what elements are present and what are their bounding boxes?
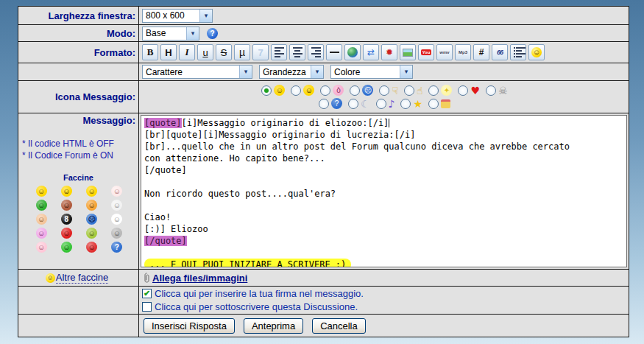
insert-smiley-button[interactable]: ☺ [528,44,545,60]
icon-radio-sad[interactable]: ☹ [350,85,373,96]
smile-face-icon[interactable]: ☺ [36,186,47,197]
laugh-face-icon[interactable]: ☺ [111,214,122,225]
radio-button[interactable] [379,85,389,96]
shy-face-icon[interactable]: ☺ [36,214,47,225]
help-icon[interactable]: ? [207,28,218,39]
tongue-face-icon[interactable]: ☺ [36,200,47,211]
evil-face-icon[interactable]: ☺ [61,200,72,211]
icon-radio-question[interactable]: ? [319,98,342,109]
big-grin-face-icon[interactable]: ☺ [61,186,72,197]
bold-button[interactable]: B [142,44,158,60]
horizontal-rule-button[interactable] [326,44,342,60]
icon-radio-moon[interactable]: ☾ [348,99,370,109]
radio-button[interactable] [348,99,358,109]
radio-button[interactable] [261,85,272,96]
icon-radio-cake[interactable] [428,99,450,109]
radio-button[interactable] [486,85,496,96]
message-textarea[interactable]: [quote][i]Messaggio originario di eliozo… [141,115,627,267]
strikethrough-button[interactable]: S [216,44,232,60]
help-face-icon[interactable]: ? [111,242,122,253]
radio-button[interactable] [428,85,439,96]
font-size-select[interactable]: Grandezza [259,65,324,79]
quote-button[interactable]: 66 [492,44,508,60]
inserisci-risposta-button[interactable]: Inserisci Risposta [144,318,235,334]
page-link-button[interactable]: ⇄ [363,44,379,60]
web-link-button[interactable] [344,44,361,60]
anteprima-button[interactable]: Anteprima [244,318,303,334]
sick-face-icon[interactable]: ☺ [86,228,97,239]
insert-image-button[interactable] [400,44,416,60]
icon-radio-smiley[interactable]: ☺ [261,85,285,96]
icon-radio-line2: ?☾♪★ [319,98,450,109]
youtube-button[interactable]: You [418,44,434,60]
icon-radio-thumbs-down[interactable]: ☟ [379,85,398,96]
radio-button[interactable] [400,99,411,109]
pink-face-icon[interactable]: ☺ [36,228,47,239]
pale-face-icon[interactable]: ☺ [111,186,122,197]
radio-button[interactable] [291,85,301,96]
mp3-audio-button[interactable]: Mp3 [455,44,471,60]
align-center-button[interactable] [289,44,305,60]
mode-value: Base [143,28,186,38]
font-family-value: Carattere [143,67,239,77]
sad-blue-face-icon[interactable]: ☹ [86,214,97,225]
moon-icon: ☾ [361,99,370,109]
icon-radio-ghost[interactable]: ☠ [486,85,508,96]
icon-radio-shock[interactable]: ò [320,85,344,96]
size7-disabled-button[interactable]: 7 [252,44,269,60]
highlighted-hint: ... E QUI PUOI INIZIARE A SCRIVERE ;) [144,259,351,267]
icon-radio-heart[interactable]: ♥ [458,85,480,96]
quote-button-icon: 66 [497,49,503,56]
icon-radio-music-note[interactable]: ♪ [376,99,395,109]
option-signature[interactable]: Clicca qui per inserire la tua firma nel… [142,288,364,299]
chevron-down-icon[interactable] [199,10,212,22]
window-size-select[interactable]: 800 x 600 [142,9,213,23]
radio-button[interactable] [320,85,330,96]
hash-button[interactable]: # [473,44,489,60]
chevron-down-icon[interactable] [311,66,323,78]
radio-button[interactable] [376,99,386,109]
flash-button[interactable]: ✹ [381,44,397,60]
icon-radio-big-grin[interactable]: ☺ [291,85,314,96]
altre-faccine-link[interactable]: Altre faccine [56,272,109,284]
eight-ball-face-icon[interactable]: 8 [61,214,72,225]
wmv-video-button[interactable]: wmv [436,44,453,60]
angry-face-icon[interactable]: ☺ [61,228,72,239]
italic-button[interactable]: I [179,44,195,60]
mode-select[interactable]: Base [142,27,199,41]
mu-button[interactable]: µ [234,44,250,60]
icon-radio-light-bulb[interactable]: ✦ [428,85,452,96]
allega-files-link[interactable]: Allega files/immagini [152,273,247,284]
shock-icon: ò [333,85,344,96]
radio-button[interactable] [404,85,414,96]
blush-red-face-icon[interactable]: ☺ [86,242,97,253]
checkbox-checked[interactable] [142,289,152,298]
chevron-down-icon[interactable] [400,66,412,78]
option-subscribe[interactable]: Clicca qui per sottoscrivere questa Disc… [142,301,358,312]
post-editor-panel: Larghezza finestra: 800 x 600 Modo: Base… [18,6,629,337]
sleepy-face-icon[interactable]: ☺ [111,228,122,239]
radio-button[interactable] [428,99,439,109]
icon-radio-thumbs-up[interactable]: ☝ [404,85,423,96]
bullet-list-button[interactable] [510,44,526,60]
radio-button[interactable] [350,85,360,96]
kiss-face-icon[interactable]: ☺ [36,242,47,253]
align-center-button-icon [293,47,302,57]
radio-button[interactable] [458,85,468,96]
align-left-button[interactable] [271,44,287,60]
font-color-select[interactable]: Colore [330,65,413,79]
underline-button[interactable]: u [197,44,213,60]
orange-face-icon[interactable]: ☺ [86,200,97,211]
dizzy-face-icon[interactable]: ☺ [111,200,122,211]
checkbox[interactable] [142,302,152,312]
cancella-button[interactable]: Cancella [312,318,366,334]
font-family-select[interactable]: Carattere [142,65,252,79]
chevron-down-icon[interactable] [186,27,199,40]
happy-green-face-icon[interactable]: ☺ [61,242,72,253]
icon-radio-star[interactable]: ★ [400,99,422,109]
wink-face-icon[interactable]: ☺ [86,186,97,197]
radio-button[interactable] [319,99,329,109]
chevron-down-icon[interactable] [239,66,252,78]
align-right-button[interactable] [308,44,324,60]
header-button[interactable]: H [160,44,177,60]
